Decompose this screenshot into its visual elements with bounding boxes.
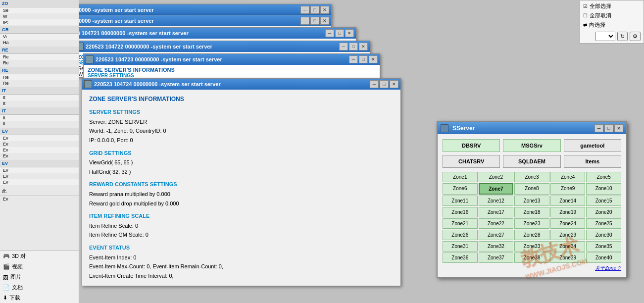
minimize-btn-1[interactable]: ─ (300, 6, 309, 14)
sidebar-ev2[interactable]: Ev (0, 141, 79, 147)
sidebar-ev1[interactable]: Ev (0, 135, 79, 141)
sqldaem-button[interactable]: SQLDAEM (503, 155, 560, 168)
items-button[interactable]: Items (564, 155, 621, 168)
bottom-item-video[interactable]: 🎬 视频 (0, 261, 79, 272)
sidebar-rew1[interactable]: Re (0, 74, 79, 80)
toolbar-deselect-all[interactable]: ☐ 全部取消 (581, 11, 643, 20)
chatsrv-button[interactable]: CHATSRV (443, 155, 500, 168)
close-btn-6[interactable]: ✕ (390, 80, 398, 88)
zone-cell-zone10[interactable]: Zone10 (586, 183, 621, 195)
zone-cell-zone19[interactable]: Zone19 (550, 207, 586, 217)
toolbar-refresh-button[interactable]: ↻ (617, 32, 628, 41)
sidebar-re1[interactable]: Re (0, 54, 79, 60)
zone-cell-zone33[interactable]: Zone33 (514, 241, 549, 252)
sserver-titlebar[interactable]: SServer ─ □ ✕ (438, 122, 626, 134)
titlebar-3[interactable]: 220523 104721 00000000 -system ser start… (50, 28, 356, 39)
zone-cell-zone28[interactable]: Zone28 (514, 230, 549, 240)
bottom-item-3d[interactable]: 🎮 3D 对 (0, 251, 79, 261)
zone-cell-zone26[interactable]: Zone26 (443, 230, 478, 240)
zone-cell-zone20[interactable]: Zone20 (586, 207, 621, 217)
close-btn-5[interactable]: ✕ (369, 55, 378, 63)
toolbar-reverse-select[interactable]: ⇄ 向选择 (581, 20, 643, 30)
close-btn-4[interactable]: ✕ (359, 43, 368, 50)
zone-cell-zone1[interactable]: Zone1 (443, 172, 478, 182)
bottom-item-download[interactable]: ⬇ 下载 (0, 293, 79, 303)
close-btn-2[interactable]: ✕ (320, 17, 329, 25)
gametool-button[interactable]: gametool (564, 139, 621, 152)
zone-cell-zone6[interactable]: Zone6 (443, 183, 478, 195)
maximize-btn-3[interactable]: □ (335, 29, 344, 37)
sidebar-it2[interactable]: It (0, 101, 79, 106)
toolbar-select-all[interactable]: ☑ 全部选择 (581, 1, 643, 11)
zone-cell-zone17[interactable]: Zone17 (479, 207, 514, 217)
sidebar-ha[interactable]: Ha (0, 40, 79, 46)
zone-cell-zone8[interactable]: Zone8 (514, 183, 549, 195)
toolbar-settings-button[interactable]: ⚙ (630, 32, 641, 41)
sidebar-it3[interactable]: It (0, 115, 79, 121)
zone-cell-zone22[interactable]: Zone22 (479, 218, 514, 229)
zone-cell-zone40[interactable]: Zone40 (586, 252, 621, 263)
zone-cell-zone13[interactable]: Zone13 (514, 196, 549, 206)
minimize-btn-4[interactable]: ─ (339, 43, 348, 50)
zone-cell-zone4[interactable]: Zone4 (550, 172, 586, 182)
sidebar-ev4[interactable]: Ev (0, 153, 79, 159)
zone-cell-zone21[interactable]: Zone21 (443, 218, 478, 229)
zone-cell-zone35[interactable]: Zone35 (586, 241, 621, 252)
zone-cell-zone29[interactable]: Zone29 (550, 230, 586, 240)
maximize-btn-1[interactable]: □ (310, 6, 319, 14)
zone-cell-zone11[interactable]: Zone11 (443, 196, 478, 206)
maximize-btn-2[interactable]: □ (310, 17, 319, 25)
minimize-btn-5[interactable]: ─ (349, 55, 358, 63)
zone-cell-zone24[interactable]: Zone24 (550, 218, 586, 229)
zone-cell-zone23[interactable]: Zone23 (514, 218, 549, 229)
dbsrv-button[interactable]: DBSRV (443, 139, 500, 152)
maximize-btn-5[interactable]: □ (359, 55, 368, 63)
zone-link[interactable]: 关于Zone？ (443, 265, 621, 272)
zone-cell-zone3[interactable]: Zone3 (514, 172, 549, 182)
zone-cell-zone5[interactable]: Zone5 (586, 172, 621, 182)
close-btn-1[interactable]: ✕ (320, 6, 329, 14)
zone-cell-zone18[interactable]: Zone18 (514, 207, 549, 217)
sserver-maximize-btn[interactable]: □ (604, 124, 613, 132)
minimize-btn-3[interactable]: ─ (325, 29, 334, 37)
zone-cell-zone32[interactable]: Zone32 (479, 241, 514, 252)
maximize-btn-6[interactable]: □ (380, 80, 389, 88)
zone-cell-zone7[interactable]: Zone7 (479, 183, 514, 195)
sidebar-rew2[interactable]: Re (0, 80, 79, 86)
zone-cell-zone34[interactable]: Zone34 (550, 241, 586, 252)
sidebar-ci-ev[interactable]: Ev (0, 196, 79, 202)
zone-cell-zone14[interactable]: Zone14 (550, 196, 586, 206)
minimize-btn-6[interactable]: ─ (370, 80, 379, 88)
sidebar-it4[interactable]: It (0, 121, 79, 127)
minimize-btn-2[interactable]: ─ (300, 17, 309, 25)
sserver-minimize-btn[interactable]: ─ (594, 124, 603, 132)
zone-cell-zone38[interactable]: Zone38 (514, 252, 549, 263)
zone-cell-zone37[interactable]: Zone37 (479, 252, 514, 263)
zone-cell-zone12[interactable]: Zone12 (479, 196, 514, 206)
sidebar-it1[interactable]: It (0, 95, 79, 101)
sserver-close-btn[interactable]: ✕ (614, 124, 623, 132)
titlebar-5[interactable]: 220523 104723 00000000 -system ser start… (84, 54, 380, 65)
zone-cell-zone36[interactable]: Zone36 (443, 252, 478, 263)
sidebar-w[interactable]: W (0, 13, 79, 19)
zone-cell-zone16[interactable]: Zone16 (443, 207, 478, 217)
titlebar-6[interactable]: 220523 104724 00000000 -system ser start… (82, 79, 400, 90)
zone-cell-zone25[interactable]: Zone25 (586, 218, 621, 229)
sidebar-ip[interactable]: IP: (0, 19, 79, 25)
sidebar-ev7[interactable]: Ev (0, 179, 79, 185)
bottom-item-docs[interactable]: 📄 文档 (0, 282, 79, 293)
zone-cell-zone30[interactable]: Zone30 (586, 230, 621, 240)
zone-cell-zone27[interactable]: Zone27 (479, 230, 514, 240)
toolbar-dropdown[interactable] (595, 32, 615, 41)
titlebar-4[interactable]: 220523 104722 00000000 -system ser start… (74, 41, 370, 52)
sidebar-ev6[interactable]: Ev (0, 173, 79, 179)
msgsrv-button[interactable]: MSGSrv (503, 139, 560, 152)
close-btn-3[interactable]: ✕ (345, 29, 354, 37)
zone-cell-zone31[interactable]: Zone31 (443, 241, 478, 252)
bottom-item-image[interactable]: 🖼 图片 (0, 272, 79, 282)
sidebar-ev5[interactable]: Ev (0, 167, 79, 173)
zone-cell-zone9[interactable]: Zone9 (550, 183, 586, 195)
zone-cell-zone2[interactable]: Zone2 (479, 172, 514, 182)
sidebar-vi[interactable]: Vi (0, 34, 79, 40)
zone-cell-zone39[interactable]: Zone39 (550, 252, 586, 263)
